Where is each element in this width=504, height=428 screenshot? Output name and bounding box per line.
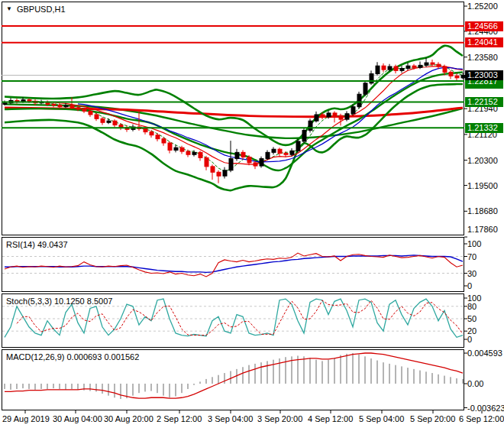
stochastic-axis-label: 80 bbox=[467, 302, 477, 311]
chart-window: ▼ GBPUSD,H1 RSI(14) 49.0437 Stoch(5,3,3)… bbox=[0, 0, 504, 428]
price-axis-badge: 1.24566 bbox=[465, 21, 503, 31]
macd-axis-label: -0.003623 bbox=[467, 404, 504, 413]
time-axis-label: 2 Sep 12:00 bbox=[157, 414, 202, 423]
price-axis-label: 1.23580 bbox=[467, 53, 498, 62]
rsi-indicator-label: RSI(14) 49.0437 bbox=[6, 240, 68, 249]
rsi-axis-label: 30 bbox=[467, 269, 477, 278]
rsi-panel-frame bbox=[2, 238, 464, 292]
stochastic-axis-label: 50 bbox=[467, 314, 477, 323]
price-axis-badge: 1.24041 bbox=[465, 37, 503, 47]
macd-axis-label: 0.004593 bbox=[467, 349, 502, 358]
price-axis-badge: 1.21332 bbox=[465, 123, 503, 133]
price-axis-badge: 1.22152 bbox=[465, 97, 503, 107]
time-axis-label: 3 Sep 04:00 bbox=[208, 414, 253, 423]
chart-canvas[interactable] bbox=[0, 0, 504, 428]
macd-indicator-label: MACD(12,26,9) 0.000693 0.001562 bbox=[6, 352, 139, 362]
time-axis-label: 5 Sep 04:00 bbox=[359, 414, 404, 423]
price-axis-label: 1.25200 bbox=[467, 2, 498, 11]
time-axis-label: 4 Sep 12:00 bbox=[308, 414, 353, 423]
rsi-axis-label: 0 bbox=[467, 281, 472, 290]
symbol-dropdown-icon[interactable]: ▼ bbox=[6, 6, 12, 12]
time-axis-label: 6 Sep 12:00 bbox=[459, 414, 504, 423]
symbol-title: GBPUSD,H1 bbox=[17, 5, 66, 14]
candles-layer bbox=[3, 57, 465, 183]
macd-axis-label: 0.00 bbox=[467, 379, 483, 388]
bollinger-lower bbox=[5, 84, 463, 190]
time-axis-label: 29 Aug 2019 bbox=[2, 414, 50, 423]
price-axis-label: 1.19500 bbox=[467, 181, 498, 190]
rsi-signal-line bbox=[5, 255, 463, 273]
time-axis-label: 5 Sep 20:00 bbox=[410, 414, 455, 423]
rsi-axis-label: 70 bbox=[467, 252, 477, 261]
rsi-axis-label: 100 bbox=[467, 239, 481, 248]
symbol-selector[interactable]: ▼ GBPUSD,H1 bbox=[6, 5, 66, 14]
time-axis-label: 30 Aug 20:00 bbox=[104, 414, 153, 423]
price-axis-label: 1.18680 bbox=[467, 206, 498, 216]
price-axis-label: 1.20300 bbox=[467, 156, 498, 165]
time-axis-label: 3 Sep 20:00 bbox=[257, 414, 302, 423]
stochastic-indicator-label: Stoch(5,3,3) 10.1250 8.5007 bbox=[6, 297, 112, 306]
price-axis-badge: 1.23003 bbox=[465, 70, 503, 80]
time-axis-label: 30 Aug 04:00 bbox=[53, 414, 102, 423]
stochastic-axis-label: 0 bbox=[467, 335, 472, 344]
price-axis-label: 1.17860 bbox=[467, 225, 498, 234]
